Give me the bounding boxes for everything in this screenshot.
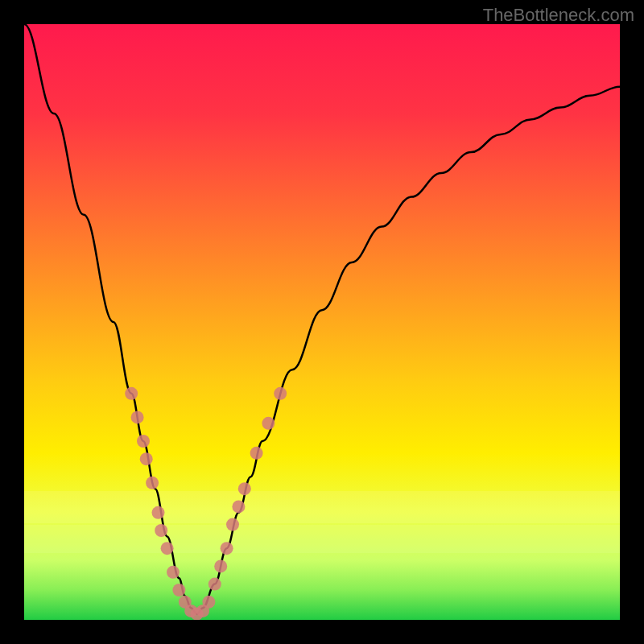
data-point	[172, 584, 185, 597]
data-point	[161, 542, 174, 555]
data-point	[226, 518, 239, 531]
data-point	[274, 387, 287, 400]
data-point	[140, 452, 153, 465]
data-point	[146, 477, 159, 489]
curve-overlay	[24, 24, 620, 620]
data-point	[262, 417, 275, 430]
data-point	[167, 566, 180, 579]
highlight-band-2	[24, 525, 620, 553]
data-point	[250, 447, 263, 460]
highlight-band-1	[24, 491, 620, 523]
data-point	[221, 542, 233, 555]
data-point	[238, 482, 251, 495]
data-point	[155, 524, 167, 537]
data-point	[232, 500, 245, 513]
data-point	[208, 578, 221, 591]
data-point	[125, 387, 138, 400]
data-point	[131, 411, 144, 423]
data-point	[202, 596, 215, 609]
chart-container	[24, 24, 620, 620]
data-point	[152, 506, 165, 519]
data-point	[214, 559, 227, 572]
watermark-text: TheBottleneck.com	[483, 5, 634, 26]
data-point	[137, 435, 150, 448]
